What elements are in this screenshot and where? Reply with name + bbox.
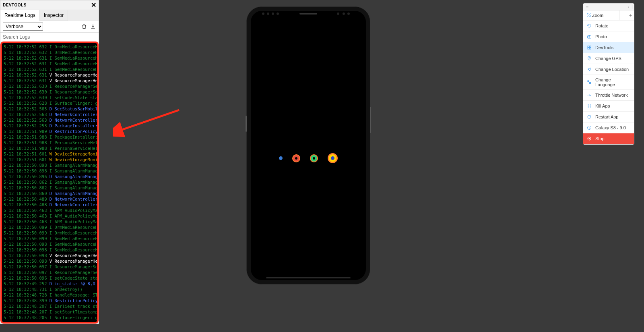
sidebar-item-label: Change GPS xyxy=(595,56,621,61)
log-line: 5-12 18:32:52.565 D SecStatusBarMobileVi… xyxy=(4,106,95,112)
sidebar-item-label: DevTools xyxy=(595,45,613,50)
log-level-select[interactable]: Verbose xyxy=(3,23,43,31)
download-icon[interactable] xyxy=(90,23,96,30)
sidebar-item-restart[interactable]: Restart App xyxy=(583,112,634,122)
log-line: 5-12 18:32:50.463 I APM_AudioPolicyManag… xyxy=(4,208,95,213)
log-line: 5-12 18:32:51.989 D RestrictionPolicy: i… xyxy=(4,129,95,134)
log-line: 5-12 18:32:50.096 I setCodecState state … xyxy=(4,275,95,281)
phone-sensor xyxy=(347,12,350,15)
sidebar-item-gps[interactable]: Change GPS xyxy=(583,53,634,64)
tab-inspector[interactable]: Inspector xyxy=(40,10,68,21)
log-output[interactable]: 5-12 18:32:52.632 I DrmMediaResourceHelp… xyxy=(0,42,99,324)
rotate-icon xyxy=(586,23,592,29)
log-line: 5-12 18:32:52.631 I SemMediaResourceHelp… xyxy=(4,55,95,61)
log-line: 5-12 18:32:52.630 I setCodecState state … xyxy=(4,95,95,100)
sidebar-item-speed[interactable]: Throttle Network xyxy=(583,90,634,101)
log-line: 5-12 18:32:50.099 I DrmMediaResourceHelp… xyxy=(4,224,95,230)
log-line: 5-12 18:32:48.207 I Earliest track start… xyxy=(4,303,95,309)
sidebar-item-label: Change Location xyxy=(595,67,629,72)
log-line: 5-12 18:32:50.898 I SamsungAlarmManager:… xyxy=(4,168,95,174)
log-line: 5-12 18:32:52.632 I DrmMediaResourceHelp… xyxy=(4,50,95,55)
log-line: 5-12 18:32:50.862 I SamsungAlarmManager:… xyxy=(4,185,95,191)
log-line: 5-12 18:32:50.463 I APM_AudioPolicyManag… xyxy=(4,219,95,224)
sidebar-item-photo[interactable]: Photo xyxy=(583,31,634,42)
log-line: 5-12 18:32:52.630 I ResourceManagerServi… xyxy=(4,83,95,89)
svg-line-1 xyxy=(121,110,179,130)
phone-sensor xyxy=(337,12,339,15)
svg-point-3 xyxy=(589,36,590,37)
log-line: 5-12 18:32:52.631 V ResourceManagerHelpe… xyxy=(4,72,95,78)
phone-sensor xyxy=(277,12,279,15)
devtools-panel: DEVTOOLS ✕ Realtime Logs Inspector Verbo… xyxy=(0,0,99,324)
log-line: 5-12 18:32:48.207 I setStartTimestampUs:… xyxy=(4,309,95,315)
sidebar-item-devtools[interactable]: DevTools xyxy=(583,42,634,53)
collapse-icon[interactable]: ←| xyxy=(627,4,632,9)
log-line: 5-12 18:32:52.253 D PackageInstaller: In… xyxy=(4,123,95,129)
search-logs-input[interactable] xyxy=(0,33,99,42)
zoom-control: Zoom - + xyxy=(583,10,634,21)
log-line: 5-12 18:32:52.631 I SemMediaResourceHelp… xyxy=(4,66,95,72)
sidebar-item-info[interactable]: Galaxy S8 - 9.0 xyxy=(583,122,634,133)
restart-icon xyxy=(586,114,592,120)
sidebar-item-label: Kill App xyxy=(595,104,610,108)
log-line: 5-12 18:32:50.098 V ResourceManagerHelpe… xyxy=(4,258,95,264)
svg-point-10 xyxy=(590,105,591,106)
svg-rect-4 xyxy=(588,46,589,48)
log-line: 5-12 18:32:51.601 W DeviceStorageMonitor… xyxy=(4,157,95,162)
log-line: 5-12 18:32:50.862 I SamsungAlarmManager:… xyxy=(4,179,95,185)
log-line: 5-12 18:32:50.098 V ResourceManagerHelpe… xyxy=(4,253,95,258)
sidebar-item-language[interactable]: Change Language xyxy=(583,75,634,90)
log-line: 5-12 18:32:52.631 I SemMediaResourceHelp… xyxy=(4,61,95,66)
tab-realtime-logs[interactable]: Realtime Logs xyxy=(0,10,40,21)
log-line: 5-12 18:32:50.099 I SemMediaResourceHelp… xyxy=(4,236,95,241)
log-line: 5-12 18:32:51.988 I PersonaServiceHelper… xyxy=(4,140,95,145)
sidebar-item-label: Galaxy S8 - 9.0 xyxy=(595,125,626,130)
location-icon xyxy=(586,66,592,72)
log-line: 5-12 18:32:52.563 D NetworkController.Mo… xyxy=(4,112,95,117)
stop-button[interactable]: Stop xyxy=(583,133,634,144)
log-line: 5-12 18:32:52.631 V ResourceManagerHelpe… xyxy=(4,78,95,83)
log-line: 5-12 18:32:48.205 I SurfaceFlinger: getD… xyxy=(4,315,95,320)
zoom-in-button[interactable]: + xyxy=(627,10,634,20)
log-line: 5-12 18:32:51.988 I PersonaServiceHelper… xyxy=(4,145,95,151)
phone-sensor xyxy=(262,12,264,15)
svg-rect-5 xyxy=(590,46,591,48)
devtools-icon xyxy=(586,45,592,50)
svg-rect-6 xyxy=(588,48,589,50)
zoom-out-button[interactable]: - xyxy=(619,10,627,20)
loader-dot xyxy=(279,156,283,160)
speed-icon xyxy=(586,92,592,98)
phone-sensor xyxy=(343,12,345,15)
annotation-arrow xyxy=(113,106,185,138)
log-line: 5-12 18:32:50.098 I SemMediaResourceHelp… xyxy=(4,241,95,247)
phone-speaker xyxy=(299,13,317,15)
log-line: 5-12 18:32:52.563 D NetworkController.Mo… xyxy=(4,117,95,123)
log-line: 5-12 18:32:49.252 D io_stats: !@ 8,0 r 1… xyxy=(4,281,95,286)
devtools-tabs: Realtime Logs Inspector xyxy=(0,10,99,21)
sidebar-item-label: Rotate xyxy=(595,23,608,28)
log-line: 5-12 18:32:50.488 D NetworkController.Mo… xyxy=(4,202,95,208)
sidebar-item-label: Throttle Network xyxy=(595,93,628,98)
trash-icon[interactable] xyxy=(81,23,87,30)
log-toolbar: Verbose xyxy=(0,21,99,33)
sidebar-top-handle[interactable]: ≡ ←| xyxy=(583,4,634,10)
log-line: 5-12 18:32:50.098 I SemMediaResourceHelp… xyxy=(4,247,95,253)
log-line: 5-12 18:32:52.630 I ResourceManagerServi… xyxy=(4,89,95,95)
log-line: 5-12 18:32:50.463 I APM_AudioPolicyManag… xyxy=(4,213,95,219)
language-icon xyxy=(586,79,592,85)
log-line: 5-12 18:32:48.399 D RestrictionPolicy: i… xyxy=(4,298,95,303)
sidebar-item-location[interactable]: Change Location xyxy=(583,64,634,75)
svg-point-15 xyxy=(589,138,590,139)
kill-icon xyxy=(586,103,592,109)
devtools-titlebar: DEVTOOLS ✕ xyxy=(0,0,99,10)
devtools-title-label: DEVTOOLS xyxy=(3,3,27,7)
sidebar-item-kill[interactable]: Kill App xyxy=(583,101,634,112)
device-preview[interactable] xyxy=(246,6,370,284)
sidebar-item-rotate[interactable]: Rotate xyxy=(583,21,634,31)
photo-icon xyxy=(586,34,592,39)
drag-handle-icon: ≡ xyxy=(585,4,590,9)
log-line: 5-12 18:32:50.860 D SamsungAlarmManager:… xyxy=(4,191,95,196)
close-icon[interactable]: ✕ xyxy=(91,1,97,9)
log-line: 5-12 18:32:52.632 I DrmMediaResourceHelp… xyxy=(4,44,95,50)
phone-side-button xyxy=(370,107,371,133)
